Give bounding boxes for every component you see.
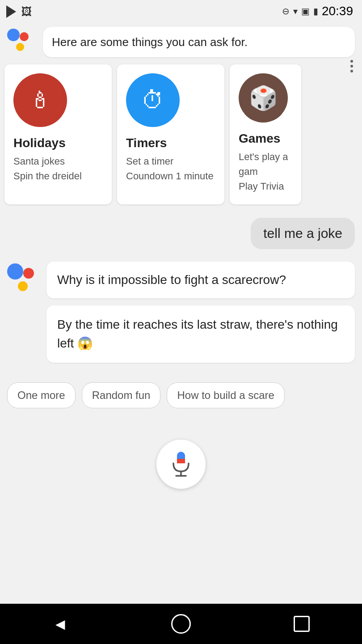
chip-how-to-build[interactable]: How to build a scare — [167, 382, 284, 408]
timers-title: Timers — [126, 136, 215, 150]
timers-card[interactable]: ⏱ Timers Set a timer Coundown 1 minute — [117, 64, 224, 204]
google-assistant-logo-small — [7, 29, 38, 55]
recents-icon — [294, 616, 310, 632]
chip-how-to-build-label: How to build a scare — [177, 389, 274, 401]
chip-random-fun[interactable]: Random fun — [82, 382, 161, 408]
holidays-card[interactable]: 🕯 Holidays Santa jokes Spin the dreidel — [4, 64, 112, 204]
status-bar: 🖼 ⊖ ▾ ▣ ▮ 20:39 — [0, 0, 362, 22]
play-icon — [6, 5, 16, 18]
games-title: Games — [239, 131, 297, 146]
timers-sub1: Set a timer — [126, 154, 215, 169]
dot-red-med — [23, 268, 34, 279]
user-message-text: tell me a joke — [263, 226, 342, 241]
holidays-title: Holidays — [13, 136, 103, 150]
games-icon: 🎲 — [249, 85, 278, 112]
assistant-answer-text: By the time it reaches its last straw, t… — [57, 318, 338, 350]
battery-icon: ▮ — [313, 6, 318, 17]
mic-icon — [170, 451, 192, 478]
dot-yellow-med — [18, 281, 28, 291]
dot-blue — [7, 29, 20, 41]
top-left-icons: 🖼 — [6, 5, 32, 18]
top-bubble-text: Here are some things you can ask for. — [52, 35, 248, 49]
assistant-question-bubble: Why is it impossible to fight a scarecro… — [46, 262, 355, 298]
photo-icon: 🖼 — [21, 5, 32, 18]
more-dot-3 — [350, 70, 353, 72]
status-icons: ⊖ ▾ ▣ ▮ 20:39 — [282, 4, 353, 18]
holidays-sub2: Spin the dreidel — [13, 169, 103, 183]
home-button[interactable] — [168, 610, 194, 637]
timers-icon: ⏱ — [141, 87, 164, 114]
timers-sub2: Coundown 1 minute — [126, 169, 215, 183]
user-bubble: tell me a joke — [251, 218, 355, 249]
conversation-area: tell me a joke Why is it impossible to f… — [0, 209, 362, 382]
assistant-question-text: Why is it impossible to fight a scarecro… — [57, 273, 286, 287]
sim-icon: ▣ — [301, 6, 310, 17]
back-icon: ◀ — [55, 617, 65, 631]
bottom-navigation: ◀ — [0, 604, 362, 644]
home-icon — [171, 614, 191, 634]
games-sub2: Play Trivia — [239, 179, 297, 194]
more-dot-2 — [350, 65, 353, 68]
mic-area — [0, 426, 362, 498]
more-options-button[interactable] — [349, 58, 355, 74]
top-assistant-bubble: Here are some things you can ask for. — [43, 27, 355, 57]
games-icon-circle: 🎲 — [239, 73, 288, 123]
holidays-icon: 🕯 — [29, 87, 52, 114]
mute-icon: ⊖ — [282, 6, 290, 17]
wifi-icon: ▾ — [293, 6, 298, 17]
user-message-wrap: tell me a joke — [7, 218, 355, 249]
assistant-question-row: Why is it impossible to fight a scarecro… — [7, 262, 355, 298]
mic-button[interactable] — [156, 440, 206, 489]
dot-red — [20, 32, 29, 41]
google-assistant-logo-med — [7, 263, 43, 295]
dot-yellow — [16, 43, 24, 51]
suggestion-chips-row: One more Random fun How to build a scare — [0, 382, 362, 408]
assistant-answer-bubble: By the time it reaches its last straw, t… — [46, 305, 355, 363]
holidays-sub1: Santa jokes — [13, 154, 103, 169]
suggestion-cards-row: 🕯 Holidays Santa jokes Spin the dreidel … — [0, 60, 362, 209]
more-dot-1 — [350, 60, 353, 63]
chip-one-more[interactable]: One more — [7, 382, 76, 408]
top-assistant-area: Here are some things you can ask for. — [0, 22, 362, 60]
holidays-icon-circle: 🕯 — [13, 73, 67, 127]
games-sub1: Let's play a gam — [239, 149, 297, 179]
chip-random-fun-label: Random fun — [92, 389, 151, 401]
dot-blue-med — [7, 263, 23, 280]
svg-rect-1 — [177, 459, 185, 463]
time-display: 20:39 — [322, 4, 353, 18]
recents-button[interactable] — [288, 610, 315, 637]
back-button[interactable]: ◀ — [47, 610, 74, 637]
chip-one-more-label: One more — [17, 389, 65, 401]
games-card[interactable]: 🎲 Games Let's play a gam Play Trivia — [230, 64, 301, 204]
timers-icon-circle: ⏱ — [126, 73, 180, 127]
